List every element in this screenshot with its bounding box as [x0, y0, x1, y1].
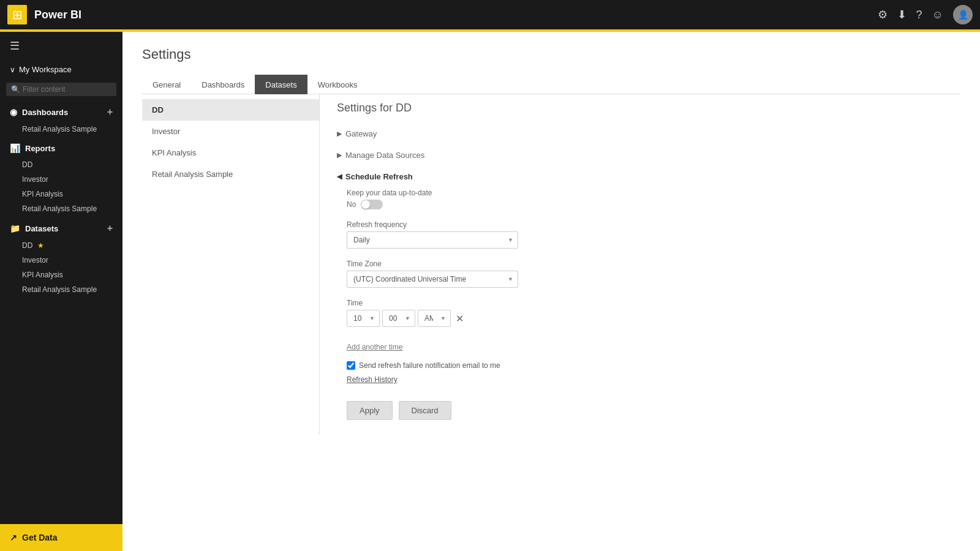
workspace-label: My Workspace — [19, 65, 72, 74]
ampm-select[interactable]: AMPM — [418, 310, 451, 327]
tab-dashboards[interactable]: Dashboards — [191, 75, 255, 94]
schedule-refresh-arrow-icon: ◀ — [337, 173, 342, 181]
refresh-frequency-label: Refresh frequency — [347, 220, 943, 229]
remove-time-icon[interactable]: ✕ — [456, 313, 464, 324]
sidebar-item-dataset-investor[interactable]: Investor — [0, 253, 123, 268]
dashboard-icon: ◉ — [10, 107, 17, 117]
manage-data-sources-label: Manage Data Sources — [345, 151, 424, 160]
reports-icon: 📊 — [10, 143, 20, 153]
reports-header[interactable]: 📊 Reports — [0, 139, 123, 157]
gateway-header[interactable]: ▶ Gateway — [337, 127, 943, 141]
manage-data-sources-header[interactable]: ▶ Manage Data Sources — [337, 148, 943, 162]
reports-section: 📊 Reports DD Investor KPI Analysis Retai… — [0, 139, 123, 216]
download-icon[interactable]: ⬇ — [897, 8, 907, 21]
minute-select-wrapper: 00153045 — [382, 310, 415, 327]
help-icon[interactable]: ? — [916, 9, 922, 21]
gateway-section: ▶ Gateway — [337, 127, 943, 141]
schedule-refresh-header[interactable]: ◀ Schedule Refresh — [337, 170, 943, 184]
sidebar-item-dataset-kpi[interactable]: KPI Analysis — [0, 268, 123, 282]
dashboards-header[interactable]: ◉ Dashboards + — [0, 102, 123, 122]
filter-input-wrapper: 🔍 — [6, 83, 116, 96]
refresh-frequency-select-wrapper: Daily Weekly — [347, 231, 518, 249]
main-content: Settings General Dashboards Datasets Wor… — [123, 32, 980, 551]
sidebar-item-report-investor[interactable]: Investor — [0, 172, 123, 187]
notification-checkbox-row: Send refresh failure notification email … — [347, 361, 943, 370]
hour-select-wrapper: 1234 5678 9101112 — [347, 310, 380, 327]
toggle-row: No — [347, 200, 943, 209]
discard-button[interactable]: Discard — [399, 401, 451, 420]
datasets-header[interactable]: 📁 Datasets + — [0, 219, 123, 238]
dataset-list-item-dd[interactable]: DD — [142, 99, 319, 121]
timezone-label: Time Zone — [347, 260, 943, 268]
avatar[interactable]: 👤 — [953, 5, 973, 24]
tab-general[interactable]: General — [142, 75, 191, 94]
manage-data-sources-arrow-icon: ▶ — [337, 151, 342, 159]
dataset-list-item-retail[interactable]: Retail Analysis Sample — [142, 163, 319, 185]
timezone-group: Time Zone (UTC) Coordinated Universal Ti… — [347, 260, 943, 288]
page-title: Settings — [142, 47, 960, 62]
sidebar: ☰ ∨ My Workspace 🔍 ◉ Dashboards + Retail… — [0, 32, 123, 551]
sidebar-item-dataset-retail[interactable]: Retail Analysis Sample — [0, 282, 123, 297]
dashboards-section: ◉ Dashboards + Retail Analysis Sample — [0, 102, 123, 137]
timezone-select-wrapper: (UTC) Coordinated Universal Time (UTC-05… — [347, 271, 518, 288]
content-body: DD Investor KPI Analysis Retail Analysis… — [142, 94, 960, 435]
yellow-accent-bar — [0, 29, 980, 32]
get-data-label: Get Data — [22, 533, 58, 542]
manage-data-sources-section: ▶ Manage Data Sources — [337, 148, 943, 162]
schedule-refresh-label: Schedule Refresh — [345, 172, 413, 181]
add-another-time-link[interactable]: Add another time — [347, 343, 402, 351]
datasets-icon: 📁 — [10, 223, 20, 233]
time-label: Time — [347, 299, 943, 307]
time-row: 1234 5678 9101112 00153045 — [347, 310, 943, 327]
notification-checkbox[interactable] — [347, 361, 355, 370]
toggle-no-label: No — [347, 200, 356, 209]
keep-up-to-date-group: Keep your data up-to-date No — [347, 189, 943, 209]
settings-panel: Settings for DD ▶ Gateway ▶ Manage Data … — [320, 94, 960, 435]
apply-button[interactable]: Apply — [347, 401, 393, 420]
refresh-frequency-select[interactable]: Daily Weekly — [347, 231, 518, 249]
settings-tabs: General Dashboards Datasets Workbooks — [142, 75, 960, 94]
get-data-button[interactable]: ↗ Get Data — [0, 524, 123, 551]
sidebar-item-report-retail[interactable]: Retail Analysis Sample — [0, 201, 123, 216]
app-title: Power BI — [34, 9, 878, 21]
datasets-section: 📁 Datasets + DD ★ Investor KPI Analysis … — [0, 219, 123, 297]
workspace-chevron: ∨ — [10, 66, 15, 74]
notification-label: Send refresh failure notification email … — [359, 361, 500, 370]
sidebar-item-retail-dashboard[interactable]: Retail Analysis Sample — [0, 122, 123, 137]
dataset-list-item-investor[interactable]: Investor — [142, 121, 319, 142]
time-group: Time 1234 5678 9101112 — [347, 299, 943, 327]
hour-select[interactable]: 1234 5678 9101112 — [347, 310, 380, 327]
settings-icon[interactable]: ⚙ — [878, 8, 888, 21]
main-layout: ☰ ∨ My Workspace 🔍 ◉ Dashboards + Retail… — [0, 32, 980, 551]
filter-input[interactable] — [23, 85, 111, 94]
add-dataset-icon[interactable]: + — [107, 223, 113, 234]
gateway-label: Gateway — [345, 129, 377, 138]
tab-workbooks[interactable]: Workbooks — [307, 75, 368, 94]
refresh-history-link[interactable]: Refresh History — [347, 375, 398, 384]
ampm-select-wrapper: AMPM — [418, 310, 451, 327]
keep-up-to-date-toggle[interactable] — [361, 200, 383, 209]
reports-label: Reports — [25, 144, 55, 153]
schedule-refresh-section: ◀ Schedule Refresh Keep your data up-to-… — [337, 170, 943, 420]
sidebar-item-report-kpi[interactable]: KPI Analysis — [0, 187, 123, 201]
dataset-list-panel: DD Investor KPI Analysis Retail Analysis… — [142, 94, 320, 435]
datasets-label: Datasets — [25, 224, 58, 233]
dataset-list-item-kpi[interactable]: KPI Analysis — [142, 142, 319, 163]
smiley-icon[interactable]: ☺ — [932, 9, 943, 21]
hamburger-icon[interactable]: ☰ — [0, 32, 123, 60]
star-icon: ★ — [37, 241, 44, 250]
tab-datasets[interactable]: Datasets — [255, 75, 307, 94]
minute-select[interactable]: 00153045 — [382, 310, 415, 327]
add-dashboard-icon[interactable]: + — [107, 107, 113, 118]
timezone-select[interactable]: (UTC) Coordinated Universal Time (UTC-05… — [347, 271, 518, 288]
get-data-arrow-icon: ↗ — [10, 533, 17, 542]
sidebar-item-report-dd[interactable]: DD — [0, 157, 123, 172]
action-buttons: Apply Discard — [347, 401, 943, 420]
keep-up-to-date-label: Keep your data up-to-date — [347, 189, 943, 197]
settings-for-title: Settings for DD — [337, 102, 943, 114]
workspace-header[interactable]: ∨ My Workspace — [0, 60, 123, 79]
dashboards-label: Dashboards — [22, 108, 68, 117]
sidebar-item-dataset-dd[interactable]: DD ★ — [0, 238, 123, 253]
schedule-refresh-content: Keep your data up-to-date No Refresh fre… — [337, 189, 943, 420]
apps-grid-icon[interactable]: ⊞ — [7, 5, 27, 24]
